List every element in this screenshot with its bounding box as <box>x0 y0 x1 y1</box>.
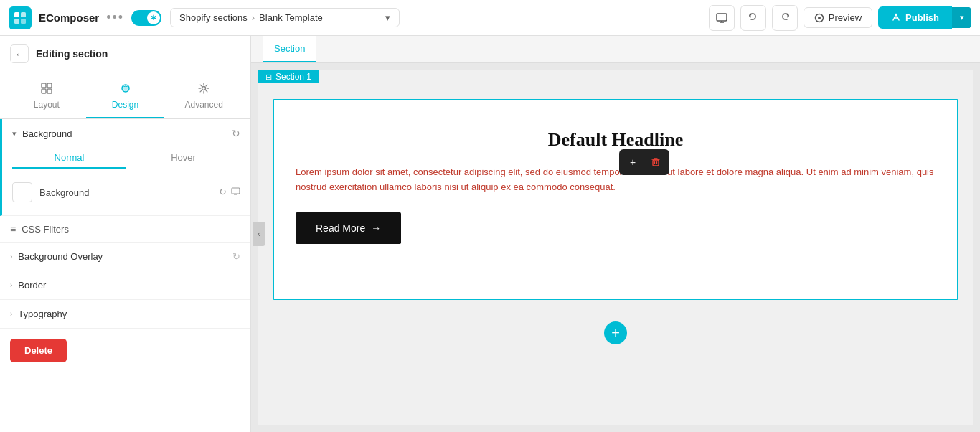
bg-overlay-left: › Background Overlay <box>10 251 103 262</box>
section-label-text: Section 1 <box>275 72 311 82</box>
svg-rect-19 <box>653 160 659 166</box>
tab-design[interactable]: Design <box>86 78 165 118</box>
border-header[interactable]: › Border <box>0 271 250 299</box>
svg-rect-3 <box>21 19 26 24</box>
read-more-button[interactable]: Read More → <box>296 212 401 244</box>
breadcrumb[interactable]: Shopify sections › Blank Template ▾ <box>170 8 400 27</box>
svg-rect-2 <box>14 19 19 24</box>
background-label: Background <box>22 128 72 139</box>
svg-point-8 <box>818 17 821 19</box>
canvas-tabs: Section <box>251 36 980 63</box>
topbar: EComposer ••• Shopify sections › Blank T… <box>0 0 980 36</box>
background-header-left: ▾ Background <box>12 128 72 139</box>
typography-header[interactable]: › Typography <box>0 300 250 328</box>
tab-design-label: Design <box>112 100 138 110</box>
preview-button[interactable]: Preview <box>804 7 872 28</box>
publish-dropdown-button[interactable]: ▾ <box>952 7 971 28</box>
delete-button[interactable]: Delete <box>10 339 67 362</box>
bg-overlay-header[interactable]: › Background Overlay ↻ <box>0 243 250 271</box>
add-element-toolbar-button[interactable]: + <box>622 152 644 172</box>
design-icon <box>120 83 131 97</box>
svg-rect-0 <box>14 12 19 17</box>
topbar-right: Preview Publish ▾ <box>709 5 971 31</box>
left-panel: ← Editing section Layout <box>0 36 251 432</box>
background-color-swatch[interactable] <box>12 182 32 202</box>
tab-advanced-label: Advanced <box>184 100 222 110</box>
border-label: Border <box>18 280 46 291</box>
delete-btn-area: Delete <box>0 329 250 372</box>
panel-body: ▾ Background ↻ Normal Hover Background <box>0 119 250 432</box>
canvas-body[interactable]: ⊟ Section 1 + <box>251 63 980 432</box>
layout-icon <box>41 83 52 97</box>
background-screen-icon[interactable] <box>231 187 240 198</box>
publish-button[interactable]: Publish <box>878 6 952 29</box>
panel-title: Editing section <box>36 48 108 60</box>
content-section: Default Headline Lorem ipsum dolor sit a… <box>273 99 958 300</box>
toggle-switch[interactable] <box>131 10 161 26</box>
bg-overlay-chevron-icon: › <box>10 253 12 260</box>
breadcrumb-template: Blank Template <box>259 12 323 23</box>
background-actions: ↻ <box>219 187 240 198</box>
border-left: › Border <box>10 280 46 291</box>
svg-rect-12 <box>42 89 46 93</box>
read-more-label: Read More <box>316 222 365 234</box>
background-section-header[interactable]: ▾ Background ↻ <box>2 119 250 148</box>
bg-overlay-refresh-icon[interactable]: ↻ <box>232 251 240 262</box>
delete-element-toolbar-button[interactable] <box>645 152 666 172</box>
canvas-tab-section[interactable]: Section <box>263 36 316 62</box>
breadcrumb-chevron-icon: ▾ <box>385 12 390 23</box>
hover-tab[interactable]: Hover <box>126 148 240 169</box>
tab-layout-label: Layout <box>34 100 60 110</box>
more-options-icon[interactable]: ••• <box>106 10 124 25</box>
normal-tab[interactable]: Normal <box>12 148 126 169</box>
main-layout: ← Editing section Layout <box>0 36 980 432</box>
normal-hover-tabs: Normal Hover <box>12 148 240 169</box>
breadcrumb-section: Shopify sections <box>179 12 248 23</box>
add-section-button[interactable]: + <box>604 321 627 344</box>
tabs-row: Layout Design <box>0 72 250 119</box>
content-body-text: Lorem ipsum dolor sit amet, consectetur … <box>296 165 936 195</box>
css-filters-row[interactable]: ≡ CSS Filters <box>0 216 250 242</box>
canvas-inner: ⊟ Section 1 + <box>258 70 973 425</box>
svg-rect-13 <box>47 89 52 93</box>
preview-label: Preview <box>829 12 862 23</box>
css-filters-label: CSS Filters <box>22 224 69 235</box>
background-reset-icon[interactable]: ↻ <box>219 187 227 198</box>
css-filters-icon: ≡ <box>10 223 16 235</box>
svg-rect-1 <box>21 12 26 17</box>
bg-overlay-section: › Background Overlay ↻ <box>0 243 250 271</box>
css-filters-section: ≡ CSS Filters <box>0 216 250 243</box>
tab-layout[interactable]: Layout <box>7 78 86 118</box>
tab-advanced[interactable]: Advanced <box>164 78 243 118</box>
advanced-icon <box>198 83 209 97</box>
publish-group: Publish ▾ <box>878 6 971 29</box>
read-more-arrow-icon: → <box>371 222 381 234</box>
redo-button[interactable] <box>772 5 798 31</box>
svg-point-15 <box>202 87 206 90</box>
canvas-area: Section ⊟ Section 1 + <box>251 36 980 432</box>
float-toolbar: + <box>619 149 669 175</box>
section-label-icon: ⊟ <box>265 72 272 82</box>
background-row-label: Background <box>39 187 212 198</box>
typography-chevron-icon: › <box>10 310 12 318</box>
undo-button[interactable] <box>740 5 766 31</box>
collapse-panel-button[interactable]: ‹ <box>253 222 265 246</box>
background-header-right: ↻ <box>232 128 240 139</box>
typography-left: › Typography <box>10 309 67 319</box>
background-expanded: Normal Hover Background ↻ <box>2 148 250 215</box>
background-chevron-icon: ▾ <box>12 129 17 138</box>
desktop-view-button[interactable] <box>709 5 735 31</box>
back-button[interactable]: ← <box>10 44 29 63</box>
background-refresh-icon[interactable]: ↻ <box>232 128 240 139</box>
typography-section: › Typography <box>0 300 250 329</box>
section-label-bar: ⊟ Section 1 <box>258 70 319 83</box>
background-color-row: Background ↻ <box>12 178 240 207</box>
border-chevron-icon: › <box>10 281 12 289</box>
content-headline: Default Headline <box>296 129 936 151</box>
svg-rect-11 <box>47 83 52 88</box>
svg-rect-16 <box>232 188 240 194</box>
border-section: › Border <box>0 271 250 300</box>
bg-overlay-label: Background Overlay <box>18 251 103 262</box>
svg-rect-10 <box>42 83 46 88</box>
background-section: ▾ Background ↻ Normal Hover Background <box>0 119 250 216</box>
